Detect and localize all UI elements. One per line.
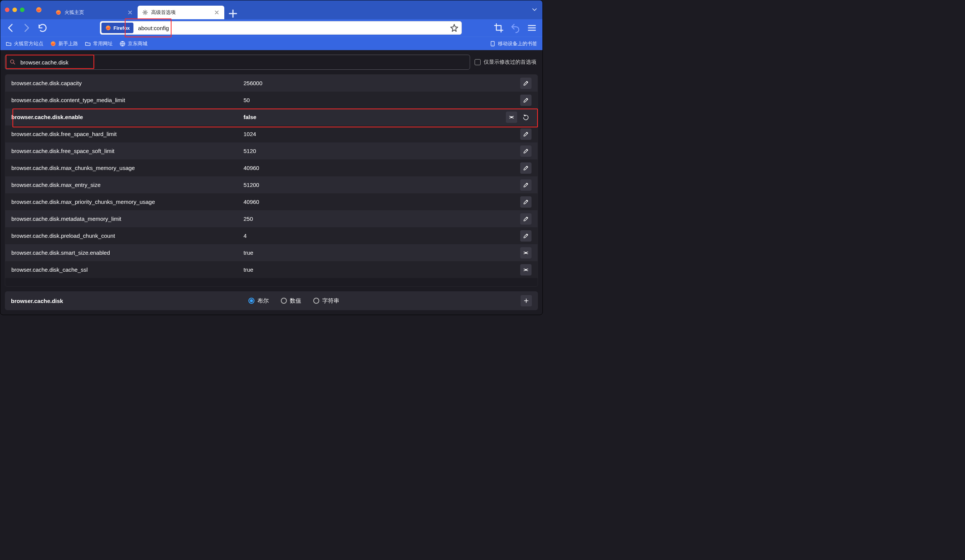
identity-label: Firefox [113, 25, 130, 31]
pref-row[interactable]: browser.cache.disk.metadata_memory_limit… [5, 210, 538, 227]
new-tab-button[interactable] [227, 8, 239, 19]
forward-button[interactable] [21, 23, 32, 33]
pref-actions [520, 129, 532, 140]
pref-value: 40960 [244, 199, 514, 205]
add-pref-button[interactable] [520, 295, 532, 306]
pref-row[interactable]: browser.cache.disk.enablefalse [5, 109, 538, 126]
edit-pref-button[interactable] [520, 196, 532, 207]
pref-actions [520, 264, 532, 276]
pref-row[interactable]: browser.cache.disk.preload_chunk_count4 [5, 227, 538, 244]
pref-name: browser.cache.disk.free_space_soft_limit [11, 148, 237, 154]
pref-type-radio[interactable]: 布尔 [249, 297, 269, 304]
edit-pref-button[interactable] [520, 213, 532, 225]
pref-row[interactable]: browser.cache.disk.capacity256000 [5, 75, 538, 91]
edit-pref-button[interactable] [520, 230, 532, 242]
add-pref-row: browser.cache.disk 布尔数值字符串 [5, 291, 538, 310]
radio-label: 布尔 [257, 297, 269, 304]
bookmark-star-icon[interactable] [450, 23, 459, 33]
pref-row[interactable]: browser.cache.disk.content_type_media_li… [5, 91, 538, 109]
radio-icon [281, 298, 287, 304]
edit-pref-button[interactable] [520, 180, 532, 191]
pref-row[interactable]: browser.cache.disk.free_space_soft_limit… [5, 142, 538, 159]
pref-actions [520, 213, 532, 225]
pref-value: false [244, 114, 500, 120]
minimize-window-button[interactable] [12, 8, 17, 12]
list-all-tabs-button[interactable] [531, 7, 538, 13]
reset-pref-button[interactable] [520, 111, 532, 123]
tab-advanced-prefs[interactable]: 高级首选项 [137, 6, 224, 19]
pref-value: 4 [244, 232, 514, 239]
close-tab-icon[interactable] [127, 10, 133, 15]
tab-firefox-home[interactable]: 火狐主页 [51, 6, 137, 19]
pref-name: browser.cache.disk.smart_size.enabled [11, 250, 237, 256]
pref-name: browser.cache.disk.preload_chunk_count [11, 232, 237, 239]
pref-actions [506, 111, 532, 123]
pref-value: 5120 [244, 148, 514, 154]
zoom-window-button[interactable] [20, 8, 25, 12]
edit-pref-button[interactable] [520, 95, 532, 106]
edit-pref-button[interactable] [520, 145, 532, 157]
bookmark-label: 京东商城 [128, 40, 147, 47]
edit-pref-button[interactable] [520, 78, 532, 89]
pref-value: 50 [244, 97, 514, 103]
pref-row[interactable]: browser.cache.disk.max_entry_size51200 [5, 176, 538, 193]
close-window-button[interactable] [5, 8, 10, 12]
app-menu-button[interactable] [527, 23, 537, 33]
url-bar[interactable]: Firefox [100, 21, 462, 35]
pref-row[interactable]: browser.cache.disk_cache_ssltrue [5, 261, 538, 278]
pref-actions [520, 162, 532, 174]
pref-type-radio[interactable]: 字符串 [313, 297, 339, 304]
bookmark-item[interactable]: 新手上路 [50, 40, 78, 47]
edit-pref-button[interactable] [520, 129, 532, 140]
pref-actions [520, 196, 532, 207]
pref-value: 256000 [244, 80, 514, 86]
pref-name: browser.cache.disk.free_space_hard_limit [11, 131, 237, 137]
bookmark-label: 常用网址 [93, 40, 113, 47]
pref-name: browser.cache.disk.max_priority_chunks_m… [11, 199, 237, 205]
toggle-pref-button[interactable] [506, 111, 517, 123]
pref-actions [520, 230, 532, 242]
bookmark-item[interactable]: 京东商城 [119, 40, 147, 47]
bookmark-label: 火狐官方站点 [14, 40, 43, 47]
firefox-icon [56, 10, 61, 15]
only-modified-toggle[interactable]: 仅显示修改过的首选项 [474, 59, 538, 65]
edit-pref-button[interactable] [520, 162, 532, 174]
tab-title: 高级首选项 [151, 9, 211, 16]
pref-actions [520, 95, 532, 106]
gear-icon [142, 10, 148, 15]
pref-search-input[interactable] [20, 55, 465, 69]
checkbox-icon [474, 59, 481, 65]
url-input[interactable] [135, 21, 450, 35]
window-controls [5, 8, 25, 12]
nav-toolbar: Firefox [0, 19, 543, 36]
mobile-bookmarks-button[interactable]: 移动设备上的书签 [490, 40, 537, 47]
pref-row[interactable]: browser.cache.disk.max_priority_chunks_m… [5, 193, 538, 210]
close-tab-icon[interactable] [214, 10, 220, 15]
bookmarks-toolbar: 火狐官方站点 新手上路 常用网址 京东商城 移动设备上的书签 [0, 36, 543, 50]
pref-type-radio[interactable]: 数值 [281, 297, 301, 304]
radio-icon [249, 298, 254, 304]
bookmark-item[interactable]: 火狐官方站点 [6, 40, 43, 47]
toggle-pref-button[interactable] [520, 247, 532, 258]
pref-value: true [244, 266, 514, 273]
reload-button[interactable] [37, 23, 48, 33]
pref-actions [520, 247, 532, 258]
pref-value: 40960 [244, 165, 514, 171]
pref-row[interactable]: browser.cache.disk.free_space_hard_limit… [5, 126, 538, 142]
screenshot-button[interactable] [494, 23, 504, 33]
pref-search-box[interactable] [5, 55, 470, 70]
undo-close-tab-button[interactable] [510, 23, 520, 33]
radio-label: 字符串 [322, 297, 339, 304]
pref-name: browser.cache.disk.enable [11, 114, 237, 120]
add-pref-name: browser.cache.disk [11, 298, 237, 304]
only-modified-label: 仅显示修改过的首选项 [484, 59, 536, 65]
toggle-pref-button[interactable] [520, 264, 532, 276]
pref-actions [520, 78, 532, 89]
pref-table: browser.cache.disk.capacity256000browser… [5, 74, 538, 287]
bookmark-item[interactable]: 常用网址 [85, 40, 113, 47]
identity-chip[interactable]: Firefox [101, 23, 133, 33]
pref-row[interactable]: browser.cache.disk.max_chunks_memory_usa… [5, 159, 538, 176]
pref-row[interactable]: browser.cache.disk.smart_size.enabledtru… [5, 244, 538, 261]
back-button[interactable] [6, 23, 16, 33]
pref-name: browser.cache.disk.capacity [11, 80, 237, 86]
